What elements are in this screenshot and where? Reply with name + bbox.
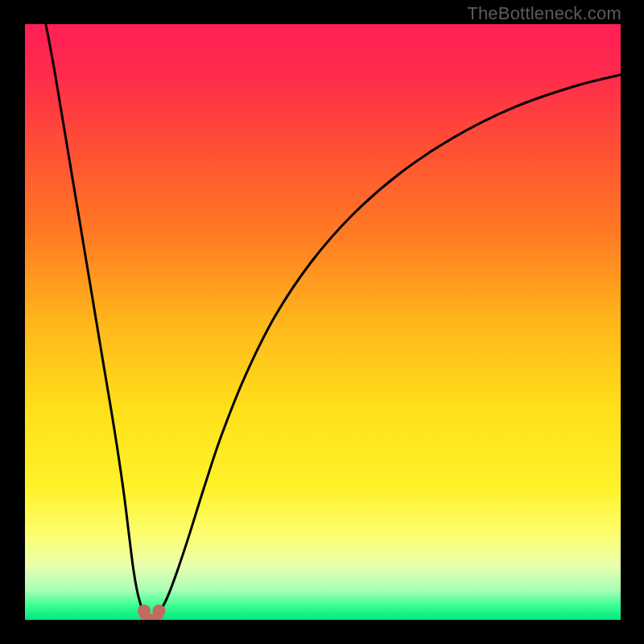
valley-marker-1: [153, 605, 166, 617]
plot-area: [25, 24, 621, 620]
watermark-text: TheBottleneck.com: [467, 3, 621, 24]
gradient-background: [25, 24, 621, 620]
chart-frame: TheBottleneck.com: [0, 0, 644, 644]
chart-svg: [25, 24, 621, 620]
valley-marker-0: [138, 605, 151, 617]
